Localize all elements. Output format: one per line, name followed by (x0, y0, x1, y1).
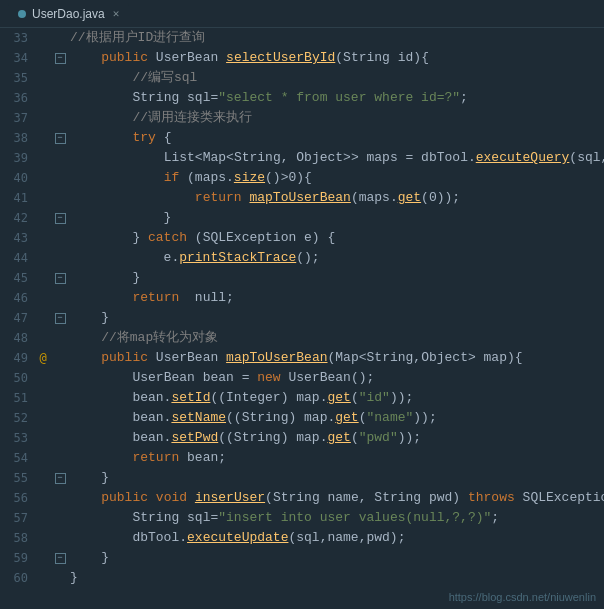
code-content: bean.setPwd((String) map.get("pwd")); (70, 428, 604, 448)
code-content: } catch (SQLException e) { (70, 228, 604, 248)
code-content: e.printStackTrace(); (70, 248, 604, 268)
code-editor: 33//根据用户ID进行查询34− public UserBean select… (0, 28, 604, 609)
table-row: 54 return bean; (0, 448, 604, 468)
line-number: 38 (0, 128, 36, 148)
line-number: 39 (0, 148, 36, 168)
table-row: 34− public UserBean selectUserById(Strin… (0, 48, 604, 68)
line-number: 46 (0, 288, 36, 308)
tab-label: UserDao.java (32, 7, 105, 21)
line-number: 60 (0, 568, 36, 588)
table-row: 55− } (0, 468, 604, 488)
line-number: 35 (0, 68, 36, 88)
code-content: if (maps.size()>0){ (70, 168, 604, 188)
code-content: dbTool.executeUpdate(sql,name,pwd); (70, 528, 604, 548)
title-bar: UserDao.java ✕ (0, 0, 604, 28)
line-number: 56 (0, 488, 36, 508)
table-row: 33//根据用户ID进行查询 (0, 28, 604, 48)
code-content: } (70, 548, 604, 568)
table-row: 50 UserBean bean = new UserBean(); (0, 368, 604, 388)
table-row: 47− } (0, 308, 604, 328)
line-number: 53 (0, 428, 36, 448)
table-row: 42− } (0, 208, 604, 228)
table-row: 59− } (0, 548, 604, 568)
code-content: //编写sql (70, 68, 604, 88)
line-number: 41 (0, 188, 36, 208)
code-content: //根据用户ID进行查询 (70, 28, 604, 48)
file-dot (18, 10, 26, 18)
line-number: 43 (0, 228, 36, 248)
line-number: 55 (0, 468, 36, 488)
gutter-col: − (50, 53, 70, 64)
line-number: 40 (0, 168, 36, 188)
line-number: 45 (0, 268, 36, 288)
fold-icon[interactable]: − (55, 273, 66, 284)
table-row: 39 List<Map<String, Object>> maps = dbTo… (0, 148, 604, 168)
code-content: return bean; (70, 448, 604, 468)
code-content: bean.setName((String) map.get("name")); (70, 408, 604, 428)
line-number: 42 (0, 208, 36, 228)
line-number: 47 (0, 308, 36, 328)
code-content: return null; (70, 288, 604, 308)
table-row: 41 return mapToUserBean(maps.get(0)); (0, 188, 604, 208)
fold-icon[interactable]: − (55, 53, 66, 64)
code-content: //将map转化为对象 (70, 328, 604, 348)
line-number: 52 (0, 408, 36, 428)
line-number: 51 (0, 388, 36, 408)
code-rows: 33//根据用户ID进行查询34− public UserBean select… (0, 28, 604, 588)
table-row: 56 public void inserUser(String name, St… (0, 488, 604, 508)
code-content: } (70, 268, 604, 288)
table-row: 46 return null; (0, 288, 604, 308)
fold-icon[interactable]: − (55, 553, 66, 564)
code-content: } (70, 208, 604, 228)
table-row: 38− try { (0, 128, 604, 148)
line-number: 36 (0, 88, 36, 108)
table-row: 40 if (maps.size()>0){ (0, 168, 604, 188)
table-row: 58 dbTool.executeUpdate(sql,name,pwd); (0, 528, 604, 548)
code-content: public UserBean selectUserById(String id… (70, 48, 604, 68)
code-content: } (70, 468, 604, 488)
code-content: return mapToUserBean(maps.get(0)); (70, 188, 604, 208)
tab-close[interactable]: ✕ (113, 7, 120, 20)
table-row: 57 String sql="insert into user values(n… (0, 508, 604, 528)
table-row: 52 bean.setName((String) map.get("name")… (0, 408, 604, 428)
code-content: try { (70, 128, 604, 148)
table-row: 44 e.printStackTrace(); (0, 248, 604, 268)
line-number: 34 (0, 48, 36, 68)
watermark: https://blog.csdn.net/niuwenlin (449, 591, 596, 603)
table-row: 53 bean.setPwd((String) map.get("pwd")); (0, 428, 604, 448)
line-number: 54 (0, 448, 36, 468)
table-row: 48 //将map转化为对象 (0, 328, 604, 348)
code-content: public void inserUser(String name, Strin… (70, 488, 604, 508)
fold-icon[interactable]: − (55, 213, 66, 224)
code-content: UserBean bean = new UserBean(); (70, 368, 604, 388)
fold-icon[interactable]: − (55, 313, 66, 324)
table-row: 36 String sql="select * from user where … (0, 88, 604, 108)
table-row: 37 //调用连接类来执行 (0, 108, 604, 128)
gutter-col: − (50, 473, 70, 484)
code-content: bean.setId((Integer) map.get("id")); (70, 388, 604, 408)
line-number: 44 (0, 248, 36, 268)
line-number: 49 (0, 348, 36, 368)
table-row: 49@ public UserBean mapToUserBean(Map<St… (0, 348, 604, 368)
gutter-col: − (50, 553, 70, 564)
fold-icon[interactable]: − (55, 473, 66, 484)
line-number: 48 (0, 328, 36, 348)
code-content: public UserBean mapToUserBean(Map<String… (70, 348, 604, 368)
table-row: 35 //编写sql (0, 68, 604, 88)
table-row: 60} (0, 568, 604, 588)
line-number: 58 (0, 528, 36, 548)
gutter-col: − (50, 133, 70, 144)
code-content: //调用连接类来执行 (70, 108, 604, 128)
gutter-col: − (50, 313, 70, 324)
gutter-col: − (50, 213, 70, 224)
table-row: 51 bean.setId((Integer) map.get("id")); (0, 388, 604, 408)
code-content: } (70, 568, 604, 588)
file-tab[interactable]: UserDao.java ✕ (8, 3, 129, 25)
line-number: 57 (0, 508, 36, 528)
code-content: } (70, 308, 604, 328)
at-marker-col: @ (36, 348, 50, 368)
gutter-col: − (50, 273, 70, 284)
fold-icon[interactable]: − (55, 133, 66, 144)
code-content: List<Map<String, Object>> maps = dbTool.… (70, 148, 604, 168)
code-content: String sql="insert into user values(null… (70, 508, 604, 528)
